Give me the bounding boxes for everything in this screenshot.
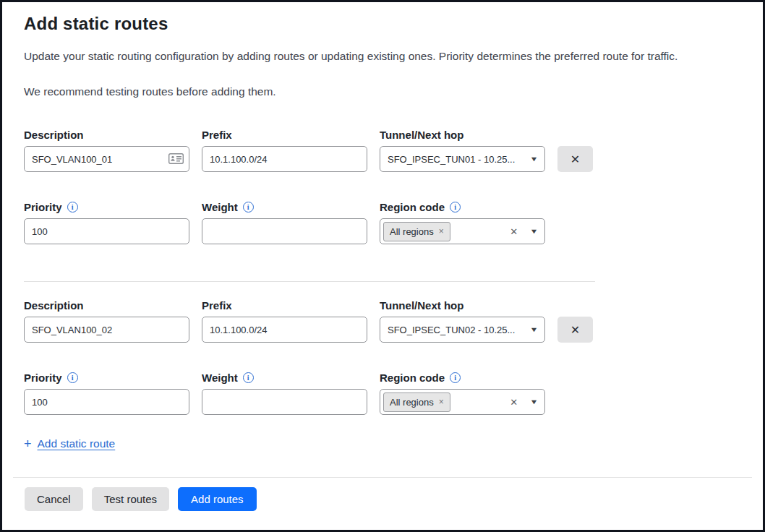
remove-route-x-icon: ✕ — [570, 153, 580, 166]
weight-input[interactable] — [202, 218, 367, 244]
weight-label-text: Weight — [202, 372, 238, 384]
route-2-tunnel-field: Tunnel/Next hop SFO_IPSEC_TUN02 - 10.25.… — [380, 298, 545, 343]
info-icon[interactable]: i — [243, 202, 254, 213]
info-icon[interactable]: i — [450, 372, 461, 383]
tunnel-next-hop-label: Tunnel/Next hop — [380, 298, 545, 312]
route-1-secondary-row: Priority i Weight i Region code i — [24, 200, 741, 244]
region-multiselect[interactable]: All regions × ✕ ▼ — [380, 218, 545, 244]
page-title: Add static routes — [24, 14, 741, 34]
chevron-down-icon: ▼ — [530, 155, 539, 163]
route-2-prefix-field: Prefix — [202, 298, 367, 343]
prefix-input[interactable] — [202, 317, 367, 343]
cancel-button[interactable]: Cancel — [25, 487, 83, 511]
region-multiselect[interactable]: All regions × ✕ ▼ — [380, 389, 545, 415]
chip-remove-x-icon[interactable]: × — [439, 398, 444, 406]
tunnel-select[interactable]: SFO_IPSEC_TUN01 - 10.25... ▼ — [380, 146, 545, 172]
route-1-prefix-field: Prefix — [202, 127, 367, 172]
route-2-description-field: Description — [24, 298, 189, 343]
add-static-route-link[interactable]: Add static route — [38, 437, 116, 450]
contact-card-icon — [168, 153, 184, 164]
region-code-label: Region code i — [380, 370, 545, 385]
add-routes-button[interactable]: Add routes — [178, 487, 257, 511]
weight-input[interactable] — [202, 389, 367, 415]
priority-label: Priority i — [24, 200, 189, 214]
route-divider — [24, 281, 595, 282]
description-input[interactable] — [24, 317, 189, 343]
description-label-text: Description — [24, 299, 84, 312]
remove-route-button[interactable]: ✕ — [557, 317, 593, 343]
description-input[interactable] — [24, 146, 189, 172]
add-static-routes-dialog: Add static routes Update your static rou… — [2, 14, 763, 450]
info-icon[interactable]: i — [243, 372, 254, 383]
remove-route-button[interactable]: ✕ — [557, 146, 593, 172]
route-1-weight-field: Weight i — [202, 200, 367, 244]
prefix-input[interactable] — [202, 146, 367, 172]
tunnel-select[interactable]: SFO_IPSEC_TUN02 - 10.25... ▼ — [380, 317, 545, 343]
chevron-down-icon: ▼ — [530, 398, 539, 406]
tunnel-next-hop-label: Tunnel/Next hop — [380, 127, 545, 142]
tunnel-selected-value: SFO_IPSEC_TUN02 - 10.25... — [388, 325, 526, 335]
priority-label: Priority i — [24, 370, 189, 385]
region-label-text: Region code — [380, 201, 445, 213]
test-routes-button[interactable]: Test routes — [92, 487, 169, 511]
plus-icon: + — [24, 437, 32, 450]
weight-label: Weight i — [202, 370, 367, 385]
dialog-recommendation: We recommend testing routes before addin… — [24, 85, 741, 98]
description-label-text: Description — [24, 129, 84, 141]
prefix-label: Prefix — [202, 298, 367, 312]
priority-input[interactable] — [24, 389, 189, 415]
chevron-down-icon: ▼ — [530, 228, 539, 235]
priority-label-text: Priority — [24, 201, 62, 213]
route-1-tunnel-field: Tunnel/Next hop SFO_IPSEC_TUN01 - 10.25.… — [380, 127, 545, 172]
tunnel-label-text: Tunnel/Next hop — [380, 299, 463, 312]
route-1-description-field: Description — [24, 127, 189, 172]
prefix-label-text: Prefix — [202, 299, 232, 312]
chip-remove-x-icon[interactable]: × — [439, 227, 444, 236]
route-entry-1: Description Prefix — [24, 127, 741, 244]
footer-button-bar: Cancel Test routes Add routes — [2, 478, 763, 511]
route-2-region-field: Region code i All regions × ✕ ▼ — [380, 370, 545, 415]
priority-input[interactable] — [24, 218, 189, 244]
remove-route-x-icon: ✕ — [570, 323, 580, 337]
region-chip-label: All regions — [390, 226, 434, 237]
priority-label-text: Priority — [24, 372, 62, 384]
info-icon[interactable]: i — [67, 372, 78, 383]
weight-label-text: Weight — [202, 201, 238, 213]
tunnel-label-text: Tunnel/Next hop — [380, 129, 463, 141]
region-code-label: Region code i — [380, 200, 545, 214]
add-static-route-row: + Add static route — [24, 437, 741, 450]
info-icon[interactable]: i — [450, 202, 461, 213]
route-2-weight-field: Weight i — [202, 370, 367, 415]
clear-selection-x-icon[interactable]: ✕ — [510, 226, 518, 237]
prefix-label: Prefix — [202, 127, 367, 142]
route-2-secondary-row: Priority i Weight i Region code i — [24, 370, 741, 415]
tunnel-selected-value: SFO_IPSEC_TUN01 - 10.25... — [388, 154, 526, 165]
route-2-main-row: Description Prefix Tunnel/Next hop SFO_I… — [24, 298, 741, 343]
description-label: Description — [24, 127, 189, 142]
weight-label: Weight i — [202, 200, 367, 214]
info-icon[interactable]: i — [67, 202, 78, 213]
region-chip: All regions × — [383, 392, 450, 412]
route-entry-2: Description Prefix Tunnel/Next hop SFO_I… — [24, 298, 741, 415]
prefix-label-text: Prefix — [202, 129, 232, 141]
region-chip: All regions × — [383, 222, 450, 241]
dialog-description: Update your static routing configuration… — [24, 50, 741, 63]
clear-selection-x-icon[interactable]: ✕ — [510, 397, 518, 408]
region-chip-label: All regions — [390, 397, 434, 408]
route-1-main-row: Description Prefix — [24, 127, 741, 172]
route-1-priority-field: Priority i — [24, 200, 189, 244]
region-label-text: Region code — [380, 372, 445, 384]
chevron-down-icon: ▼ — [530, 326, 539, 333]
route-1-region-field: Region code i All regions × ✕ ▼ — [380, 200, 545, 244]
description-label: Description — [24, 298, 189, 312]
route-2-priority-field: Priority i — [24, 370, 189, 415]
